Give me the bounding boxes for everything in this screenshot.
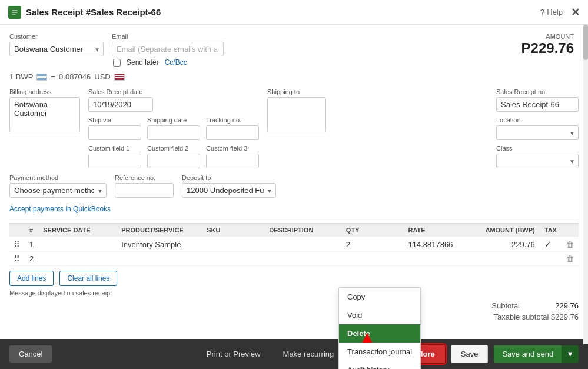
menu-item-copy[interactable]: Copy — [339, 288, 420, 306]
trash-icon-1[interactable]: 🗑 — [566, 240, 574, 249]
sku-1-input[interactable] — [207, 241, 260, 249]
class-label: Class — [496, 145, 579, 152]
line-items-table-section: # SERVICE DATE PRODUCT/SERVICE SKU DESCR… — [9, 223, 579, 323]
rate-1: 114.8817866 — [404, 237, 481, 252]
help-circle-icon: ? — [540, 8, 544, 17]
tax-check-1[interactable]: ✓ — [540, 237, 562, 252]
menu-item-transaction-journal[interactable]: Transaction journal — [339, 343, 420, 361]
custom-field-1-input[interactable] — [88, 154, 141, 168]
payment-method-select[interactable]: Choose payment method — [9, 183, 107, 198]
drag-handle-1: ⠿ — [9, 237, 25, 252]
shipping-to-input[interactable] — [267, 97, 326, 132]
save-button[interactable]: Save — [451, 345, 489, 363]
header-right: ? Help ✕ — [540, 6, 580, 19]
service-date-1[interactable] — [38, 237, 117, 252]
print-preview-button[interactable]: Print or Preview — [198, 345, 269, 363]
menu-item-audit-history[interactable]: Audit history — [339, 361, 420, 369]
rate-2-input[interactable] — [408, 255, 476, 263]
scrollbar-thumb[interactable] — [583, 25, 588, 60]
location-select[interactable] — [496, 125, 579, 140]
shipping-to-group: Shipping to — [267, 88, 326, 132]
close-button[interactable]: ✕ — [571, 6, 580, 19]
class-group: Class ▼ — [496, 145, 579, 168]
save-and-send-button[interactable]: Save and send — [494, 345, 562, 363]
class-select[interactable] — [496, 154, 579, 168]
make-recurring-button[interactable]: Make recurring — [275, 345, 343, 363]
add-lines-button[interactable]: Add lines — [9, 271, 54, 286]
subtotal-row: Subtotal 229.76 — [9, 300, 579, 311]
custom-field-1-group: Custom field 1 — [88, 145, 141, 168]
cc-bcc-link[interactable]: Cc/Bcc — [165, 58, 187, 67]
receipt-no-input[interactable] — [496, 97, 579, 112]
sku-1[interactable] — [202, 237, 264, 252]
send-later-row: Send later Cc/Bcc — [113, 58, 224, 67]
class-select-wrapper: ▼ — [496, 154, 579, 168]
menu-item-void[interactable]: Void — [339, 306, 420, 324]
rate-2[interactable] — [404, 252, 481, 266]
save-and-send-caret-button[interactable]: ▼ — [562, 345, 579, 363]
receipt-date-input[interactable] — [88, 97, 153, 112]
bwp-label: 1 BWP — [9, 72, 33, 81]
product-service-2-input[interactable] — [121, 255, 197, 263]
clear-all-button[interactable]: Clear all lines — [59, 271, 117, 286]
tax-check-2[interactable] — [540, 252, 562, 266]
cancel-button[interactable]: Cancel — [9, 345, 52, 363]
trash-icon-2[interactable]: 🗑 — [566, 254, 574, 263]
product-service-2[interactable] — [117, 252, 202, 266]
delete-2[interactable]: 🗑 — [562, 252, 579, 266]
ship-via-input[interactable] — [88, 125, 141, 140]
table-row: ⠿ 1 Inventory Sample 2 114.8817866 229.7… — [9, 237, 579, 252]
deposit-to-select[interactable]: 12000 Undeposited Fun — [182, 183, 276, 198]
custom-field-1-label: Custom field 1 — [88, 145, 141, 152]
description-2-input[interactable] — [269, 255, 337, 263]
location-label: Location — [496, 117, 579, 124]
payment-method-label: Payment method — [9, 174, 107, 181]
product-service-1: Inventory Sample — [117, 237, 202, 252]
tracking-no-input[interactable] — [206, 125, 259, 140]
shipping-date-input[interactable] — [147, 125, 200, 140]
billing-address-input[interactable]: Botswana Customer — [9, 97, 80, 132]
totals-area: Subtotal 229.76 Taxable subtotal $229.76 — [9, 300, 579, 323]
service-date-1-input[interactable] — [43, 241, 112, 249]
custom-field-3-input[interactable] — [206, 154, 259, 168]
shipping-date-label: Shipping date — [147, 117, 200, 124]
col-product-service: PRODUCT/SERVICE — [117, 224, 202, 237]
col-service-date: SERVICE DATE — [38, 224, 117, 237]
service-date-2[interactable] — [38, 252, 117, 266]
more-dropdown-menu: Copy Void Delete Transaction journal Aud… — [338, 287, 421, 369]
custom-fields-row: Custom field 1 Custom field 2 Custom fie… — [88, 145, 259, 168]
service-date-2-input[interactable] — [43, 255, 112, 263]
reference-no-input[interactable] — [115, 183, 174, 198]
custom-field-2-group: Custom field 2 — [147, 145, 200, 168]
send-later-checkbox[interactable] — [113, 59, 121, 67]
taxable-subtotal-label: Taxable subtotal $229.76 — [493, 313, 579, 321]
qty-1: 2 — [341, 237, 404, 252]
accept-payments-link[interactable]: Accept payments in QuickBooks — [9, 205, 111, 213]
description-1[interactable] — [264, 237, 341, 252]
reference-no-group: Reference no. — [115, 174, 174, 198]
delete-1[interactable]: 🗑 — [562, 237, 579, 252]
email-input[interactable] — [112, 42, 224, 56]
description-1-input[interactable] — [269, 241, 337, 249]
description-2[interactable] — [264, 252, 341, 266]
currency-row: 1 BWP = 0.087046 USD — [9, 72, 579, 81]
custom-field-2-input[interactable] — [147, 154, 200, 168]
help-button[interactable]: ? Help — [540, 8, 563, 17]
custom-field-3-label: Custom field 3 — [206, 145, 259, 152]
menu-item-delete[interactable]: Delete — [339, 324, 420, 343]
billing-address-label: Billing address — [9, 88, 80, 95]
col-amount: AMOUNT (BWP) — [480, 224, 539, 237]
qty-2[interactable] — [341, 252, 404, 266]
email-label: Email — [112, 33, 224, 40]
table-header: # SERVICE DATE PRODUCT/SERVICE SKU DESCR… — [9, 224, 579, 237]
customer-select[interactable]: Botswana Customer — [9, 42, 104, 56]
qty-2-input[interactable] — [346, 255, 399, 263]
sku-2[interactable] — [202, 252, 264, 266]
sku-2-input[interactable] — [207, 255, 260, 263]
address-date-row: Billing address Botswana Customer Sales … — [9, 88, 579, 168]
table-actions: Add lines Clear all lines — [9, 271, 579, 286]
page-title: Sales Receipt #Sales Receipt-66 — [26, 7, 161, 17]
col-rate: RATE — [404, 224, 481, 237]
ship-via-group: Ship via — [88, 117, 141, 140]
currency-separator: = — [51, 72, 55, 81]
